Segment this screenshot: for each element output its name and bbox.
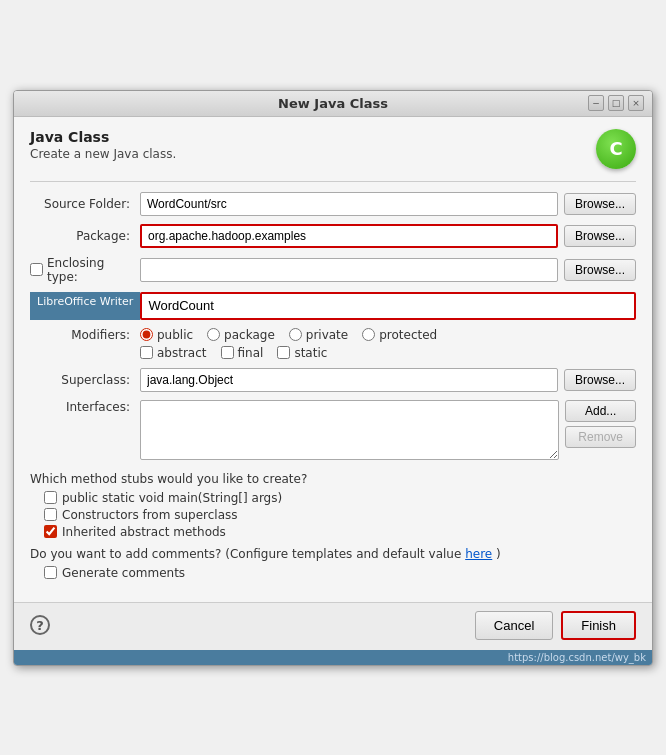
help-button[interactable]: ? (30, 615, 50, 635)
stub-constructors-checkbox[interactable] (44, 508, 57, 521)
enclosing-type-row: Enclosing type: Browse... (30, 256, 636, 284)
dialog-footer: ? Cancel Finish (14, 602, 652, 650)
modifier-public-item: public (140, 328, 193, 342)
comments-section: Do you want to add comments? (Configure … (30, 547, 636, 580)
footer-buttons: Cancel Finish (475, 611, 636, 640)
dialog-subtitle: Create a new Java class. (30, 147, 176, 161)
enclosing-type-checkbox[interactable] (30, 263, 43, 276)
stub-main-label: public static void main(String[] args) (62, 491, 282, 505)
dialog-content: Java Class Create a new Java class. C So… (14, 117, 652, 602)
superclass-label: Superclass: (30, 373, 140, 387)
source-folder-browse-button[interactable]: Browse... (564, 193, 636, 215)
stubs-section: Which method stubs would you like to cre… (30, 472, 636, 539)
interfaces-buttons: Add... Remove (565, 400, 636, 448)
modifier-protected-label: protected (379, 328, 437, 342)
modifier-static-item: static (277, 346, 327, 360)
stub-inherited-checkbox[interactable] (44, 525, 57, 538)
superclass-browse-button[interactable]: Browse... (564, 369, 636, 391)
superclass-row: Superclass: Browse... (30, 368, 636, 392)
enclosing-type-browse-button[interactable]: Browse... (564, 259, 636, 281)
finish-button[interactable]: Finish (561, 611, 636, 640)
enclosing-type-input[interactable] (140, 258, 558, 282)
enclosing-type-label: Enclosing type: (47, 256, 130, 284)
modifier-abstract-item: abstract (140, 346, 207, 360)
superclass-input[interactable] (140, 368, 558, 392)
interfaces-remove-button[interactable]: Remove (565, 426, 636, 448)
header-text: Java Class Create a new Java class. (30, 129, 176, 161)
modifier-package-label: package (224, 328, 275, 342)
modifier-package-item: package (207, 328, 275, 342)
modifier-protected-radio[interactable] (362, 328, 375, 341)
interfaces-row: Interfaces: Add... Remove (30, 400, 636, 460)
interfaces-label: Interfaces: (30, 400, 140, 414)
modifier-checkboxes-row: abstract final static (140, 346, 636, 360)
window-controls: − □ × (588, 95, 644, 111)
window-title: New Java Class (278, 96, 388, 111)
source-folder-input[interactable] (140, 192, 558, 216)
modifier-radio-group: public package private protected (140, 328, 437, 342)
stub-inherited-option: Inherited abstract methods (44, 525, 636, 539)
package-label: Package: (30, 229, 140, 243)
maximize-button[interactable]: □ (608, 95, 624, 111)
source-folder-row: Source Folder: Browse... (30, 192, 636, 216)
modifier-final-item: final (221, 346, 264, 360)
modifier-private-label: private (306, 328, 348, 342)
stub-constructors-option: Constructors from superclass (44, 508, 636, 522)
stubs-question: Which method stubs would you like to cre… (30, 472, 636, 486)
interfaces-add-button[interactable]: Add... (565, 400, 636, 422)
modifier-package-radio[interactable] (207, 328, 220, 341)
libreoffice-badge: LibreOffice Writer (30, 292, 140, 320)
interfaces-input[interactable] (140, 400, 559, 460)
close-button[interactable]: × (628, 95, 644, 111)
generate-comments-checkbox[interactable] (44, 566, 57, 579)
modifier-abstract-label: abstract (157, 346, 207, 360)
modifier-private-item: private (289, 328, 348, 342)
stubs-options: public static void main(String[] args) C… (44, 491, 636, 539)
modifier-abstract-checkbox[interactable] (140, 346, 153, 359)
titlebar: New Java Class − □ × (14, 91, 652, 117)
modifier-final-label: final (238, 346, 264, 360)
comments-question: Do you want to add comments? (Configure … (30, 547, 636, 561)
comments-option: Generate comments (44, 566, 636, 580)
new-java-class-dialog: New Java Class − □ × Java Class Create a… (13, 90, 653, 666)
stub-main-checkbox[interactable] (44, 491, 57, 504)
header-separator (30, 181, 636, 182)
class-name-input[interactable] (140, 292, 636, 320)
modifier-static-label: static (294, 346, 327, 360)
stub-inherited-label: Inherited abstract methods (62, 525, 226, 539)
package-browse-button[interactable]: Browse... (564, 225, 636, 247)
source-folder-label: Source Folder: (30, 197, 140, 211)
modifier-public-radio[interactable] (140, 328, 153, 341)
modifiers-label: Modifiers: (30, 328, 140, 342)
modifier-final-checkbox[interactable] (221, 346, 234, 359)
dialog-heading: Java Class (30, 129, 176, 145)
modifier-protected-item: protected (362, 328, 437, 342)
modifier-static-checkbox[interactable] (277, 346, 290, 359)
modifiers-row: Modifiers: public package private protec… (30, 328, 636, 342)
generate-comments-label: Generate comments (62, 566, 185, 580)
modifier-public-label: public (157, 328, 193, 342)
comments-link[interactable]: here (465, 547, 492, 561)
stub-main-option: public static void main(String[] args) (44, 491, 636, 505)
modifier-private-radio[interactable] (289, 328, 302, 341)
name-row: LibreOffice Writer (30, 292, 636, 320)
java-logo-icon: C (596, 129, 636, 169)
stub-constructors-label: Constructors from superclass (62, 508, 238, 522)
header-section: Java Class Create a new Java class. C (30, 129, 636, 169)
cancel-button[interactable]: Cancel (475, 611, 553, 640)
statusbar: https://blog.csdn.net/wy_bk (14, 650, 652, 665)
minimize-button[interactable]: − (588, 95, 604, 111)
package-row: Package: Browse... (30, 224, 636, 248)
package-input[interactable] (140, 224, 558, 248)
